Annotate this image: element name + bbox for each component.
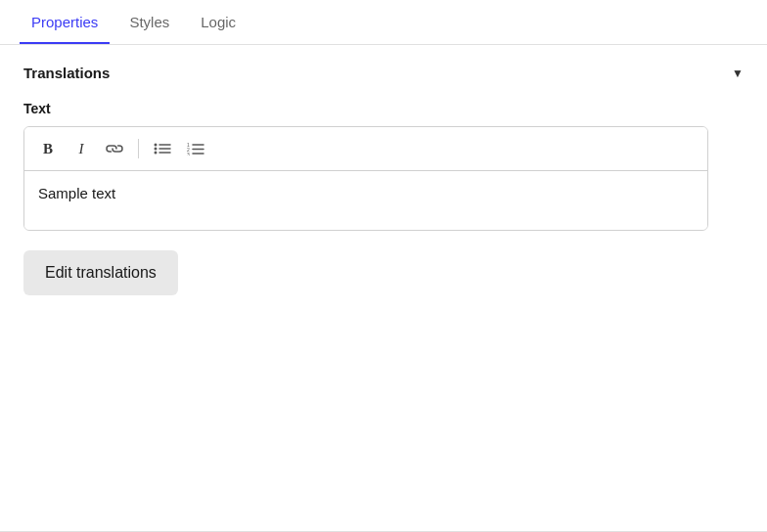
text-field-label: Text (23, 101, 744, 116)
bold-button[interactable]: B (34, 135, 62, 162)
svg-point-2 (155, 148, 158, 151)
chevron-down-icon[interactable]: ▼ (732, 66, 744, 80)
ul-icon (154, 142, 171, 155)
editor-body[interactable]: Sample text (24, 171, 707, 230)
tab-properties[interactable]: Properties (20, 0, 110, 44)
edit-translations-button[interactable]: Edit translations (23, 250, 178, 295)
toolbar-divider (138, 139, 139, 158)
content-area: Translations ▼ Text B I (0, 45, 767, 531)
unordered-list-button[interactable] (149, 135, 176, 162)
ordered-list-button[interactable]: 1 2 3 (182, 135, 209, 162)
rich-text-editor[interactable]: B I (23, 126, 708, 231)
italic-button[interactable]: I (68, 135, 95, 162)
editor-content: Sample text (38, 185, 115, 201)
tabs-bar: Properties Styles Logic (0, 0, 767, 45)
ol-icon: 1 2 3 (187, 142, 204, 155)
tab-logic[interactable]: Logic (189, 0, 248, 44)
translations-title: Translations (23, 65, 110, 81)
svg-point-0 (155, 144, 158, 147)
translations-section-header: Translations ▼ (23, 65, 744, 81)
svg-point-4 (155, 152, 158, 155)
link-button[interactable] (101, 135, 128, 162)
panel: Properties Styles Logic Translations ▼ T… (0, 0, 767, 532)
tab-styles[interactable]: Styles (117, 0, 181, 44)
svg-text:3: 3 (187, 152, 190, 155)
link-icon (106, 143, 123, 155)
editor-toolbar: B I (24, 127, 707, 171)
